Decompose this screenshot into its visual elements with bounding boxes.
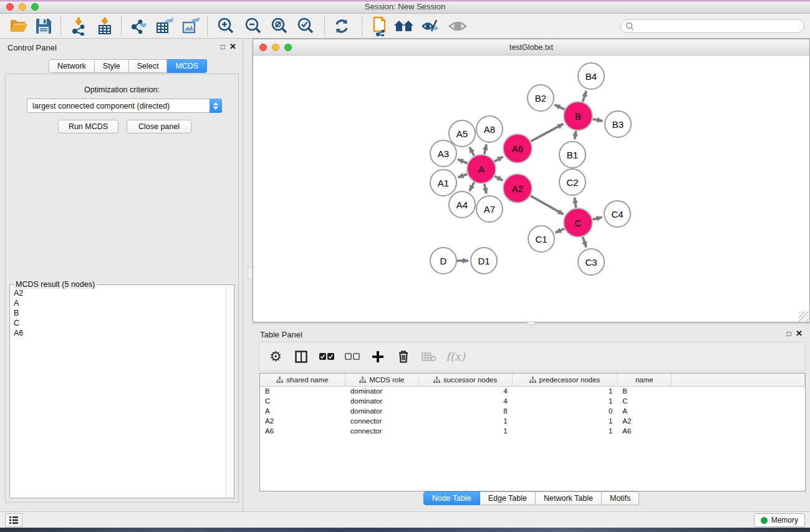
add-column-icon[interactable] <box>369 348 387 365</box>
deselect-all-icon[interactable] <box>344 348 361 365</box>
node-C4[interactable]: C4 <box>604 201 630 227</box>
column-header-successor-nodes[interactable]: successor nodes <box>419 374 513 386</box>
node-table[interactable]: shared nameMCDS rolesuccessor nodesprede… <box>259 373 806 491</box>
table-row[interactable]: Bdominator41B <box>260 387 805 397</box>
horizontal-splitter-handle[interactable] <box>527 321 535 325</box>
node-B1[interactable]: B1 <box>559 142 586 168</box>
node-A5[interactable]: A5 <box>449 120 475 147</box>
tab-node-table[interactable]: Node Table <box>423 491 480 505</box>
search-field[interactable] <box>620 19 804 33</box>
show-graphics-icon[interactable] <box>446 16 469 37</box>
column-header-predecessor-nodes[interactable]: predecessor nodes <box>513 374 618 386</box>
edge-A-A7[interactable] <box>485 184 486 194</box>
run-mcds-button[interactable]: Run MCDS <box>58 120 118 133</box>
column-header-name[interactable]: name <box>617 374 672 386</box>
node-B4[interactable]: B4 <box>578 63 604 89</box>
network-graph[interactable]: B4B2BB3B1A5A8A6A3AA1A4A7A2C2C4CC1C3DD1 <box>253 56 809 322</box>
task-history-button[interactable] <box>5 513 22 527</box>
result-scrollbar[interactable] <box>226 285 234 498</box>
node-A2[interactable]: A2 <box>503 174 532 203</box>
tab-select[interactable]: Select <box>129 59 168 73</box>
tab-style[interactable]: Style <box>95 59 129 73</box>
import-network-icon[interactable] <box>67 16 90 37</box>
save-session-icon[interactable] <box>32 16 55 37</box>
float-panel-icon[interactable]: □ <box>221 42 225 51</box>
edge-A-A1[interactable] <box>458 174 468 177</box>
edge-A2-C[interactable] <box>531 196 564 215</box>
node-A3[interactable]: A3 <box>430 140 456 167</box>
node-A[interactable]: A <box>467 155 496 183</box>
result-item[interactable]: C <box>14 318 222 328</box>
result-item[interactable]: A <box>14 298 222 308</box>
close-panel-button[interactable]: Close panel <box>127 120 191 133</box>
export-network-icon[interactable] <box>127 16 150 37</box>
edge-A-A4[interactable] <box>470 182 475 191</box>
vertical-splitter-handle[interactable] <box>248 267 253 279</box>
network-window-titlebar[interactable]: testGlobe.txt <box>253 39 809 56</box>
refresh-icon[interactable] <box>330 16 353 37</box>
memory-button[interactable]: Memory <box>754 513 805 527</box>
home-first-neighbors-icon[interactable] <box>393 16 415 37</box>
table-row[interactable]: Adominator80A <box>260 407 805 417</box>
node-B2[interactable]: B2 <box>528 85 554 111</box>
tab-edge-table[interactable]: Edge Table <box>480 491 536 505</box>
table-close-icon[interactable]: ✕ <box>796 329 803 338</box>
result-item[interactable]: B <box>14 308 222 318</box>
resize-grip[interactable] <box>799 311 809 321</box>
edge-A-A6[interactable] <box>494 157 503 162</box>
edge-B-B2[interactable] <box>555 105 565 110</box>
zoom-out-icon[interactable] <box>242 16 264 37</box>
column-visibility-icon[interactable] <box>292 348 310 365</box>
result-item[interactable]: A6 <box>14 328 222 338</box>
table-float-icon[interactable]: □ <box>787 329 791 338</box>
network-canvas[interactable]: B4B2BB3B1A5A8A6A3AA1A4A7A2C2C4CC1C3DD1 <box>253 56 809 322</box>
edge-A-A3[interactable] <box>458 159 468 163</box>
node-D1[interactable]: D1 <box>471 248 497 274</box>
edge-A-A5[interactable] <box>470 147 475 156</box>
edge-C-C1[interactable] <box>556 229 564 233</box>
export-table-icon[interactable] <box>153 16 176 37</box>
mcds-result-list[interactable]: A2ABCA6 <box>11 287 225 497</box>
table-row[interactable]: A2connector11A2 <box>260 417 805 427</box>
table-row[interactable]: Cdominator41C <box>260 397 805 407</box>
tab-mcds[interactable]: MCDS <box>167 59 207 73</box>
node-A1[interactable]: A1 <box>430 170 456 196</box>
tab-motifs[interactable]: Motifs <box>602 491 639 505</box>
edge-C-C4[interactable] <box>592 217 602 219</box>
open-file-icon[interactable] <box>7 16 30 37</box>
edge-B-B1[interactable] <box>575 131 576 140</box>
hide-details-icon[interactable] <box>419 16 441 37</box>
zoom-fit-icon[interactable] <box>268 16 291 37</box>
edge-A-A2[interactable] <box>494 176 503 180</box>
node-A4[interactable]: A4 <box>449 191 475 218</box>
edge-A6-B[interactable] <box>531 124 563 142</box>
column-header-shared-name[interactable]: shared name <box>260 374 345 386</box>
edge-C-C3[interactable] <box>583 237 587 248</box>
edge-C-C2[interactable] <box>574 198 576 208</box>
edge-B-B3[interactable] <box>593 119 603 121</box>
column-header-empty[interactable] <box>672 374 805 386</box>
delete-column-icon[interactable] <box>395 348 412 365</box>
node-C1[interactable]: C1 <box>528 226 554 252</box>
node-A6[interactable]: A6 <box>503 134 532 163</box>
zoom-in-icon[interactable] <box>215 16 237 37</box>
node-C3[interactable]: C3 <box>578 249 604 275</box>
tab-network[interactable]: Network <box>49 59 95 73</box>
search-input[interactable] <box>634 22 804 31</box>
result-item[interactable]: A2 <box>14 288 222 298</box>
node-C[interactable]: C <box>564 208 592 237</box>
edge-B-B4[interactable] <box>582 91 586 102</box>
select-all-icon[interactable] <box>318 348 335 365</box>
column-header-MCDS-role[interactable]: MCDS role <box>345 374 419 386</box>
close-panel-icon[interactable]: ✕ <box>229 42 236 51</box>
export-image-icon[interactable] <box>180 16 202 37</box>
table-row[interactable]: A6connector11A6 <box>260 427 805 437</box>
settings-gear-icon[interactable]: ⚙ <box>267 348 284 365</box>
tab-network-table[interactable]: Network Table <box>536 491 602 505</box>
edge-A-A8[interactable] <box>485 144 486 154</box>
node-B[interactable]: B <box>564 102 592 130</box>
node-A7[interactable]: A7 <box>476 196 503 222</box>
node-B3[interactable]: B3 <box>605 111 631 137</box>
network-from-selection-icon[interactable] <box>369 16 392 37</box>
node-D[interactable]: D <box>430 248 456 274</box>
